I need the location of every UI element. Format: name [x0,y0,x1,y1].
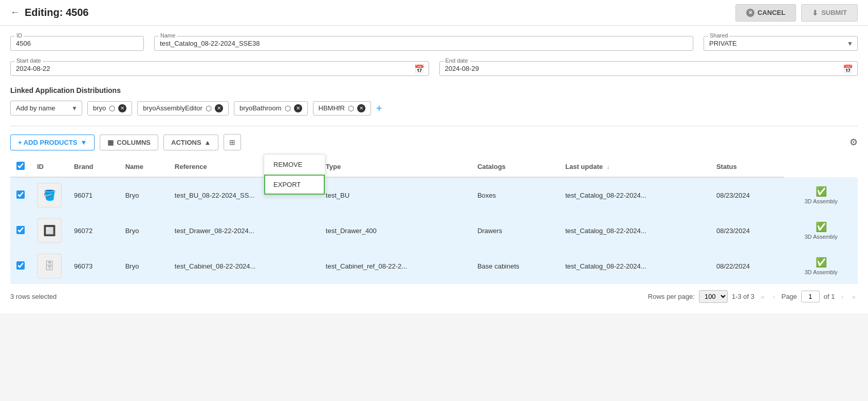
col-catalogs: Catalogs [471,157,559,177]
top-bar-actions: ✕ CANCEL ⬇ SUBMIT [735,4,858,22]
actions-label: ACTIONS [171,139,201,146]
cancel-button[interactable]: ✕ CANCEL [735,4,796,22]
row-type: Drawers [471,213,559,249]
select-grid-icon: ⊞ [229,138,235,146]
columns-bars-icon: ▦ [107,139,114,146]
col-id: ID [31,157,68,177]
submit-button[interactable]: ⬇ SUBMIT [801,4,858,22]
last-page-button[interactable]: » [849,292,858,302]
status-check-icon-0: ✅ [816,186,827,197]
add-products-label: + ADD PRODUCTS [18,139,77,146]
table-row: 🪣 96071 Bryo test_BU_08-22-2024_SS... te… [10,177,858,213]
submit-download-icon: ⬇ [812,9,818,17]
action-remove-item[interactable]: REMOVE [264,155,325,175]
start-date-input[interactable] [16,65,410,72]
end-date-label: End date [444,58,470,64]
shared-select[interactable]: PRIVATE PUBLIC [709,40,842,47]
linked-apps-title: Linked Application Distributions [10,86,858,94]
form-row-1: ID Name Shared PRIVATE PUBLIC ▼ [10,36,858,51]
status-check-icon-2: ✅ [816,257,827,268]
row-status: ✅ 3D Assembly [784,177,858,213]
add-dropdown-chevron-icon: ▼ [71,105,78,112]
add-products-button[interactable]: + ADD PRODUCTS ▼ [10,135,95,150]
app-tag-bryoassemblyeditor-link-icon[interactable]: ⬡ [206,104,212,112]
start-date-field: Start date 📅 [10,61,429,76]
row-catalogs: test_Catalog_08-22-2024... [559,213,710,249]
app-tag-bryoassemblyeditor: bryoAssemblyEditor ⬡ ✕ [137,101,229,116]
page-number-input[interactable] [801,291,820,302]
col-type: Type [320,157,471,177]
row-checkbox-cell [10,213,31,249]
table-row: 🗄 96073 Bryo test_Cabinet_08-22-2024... … [10,249,858,284]
actions-wrapper: ACTIONS ▲ REMOVE EXPORT [163,135,218,150]
top-bar: ← Editing: 4506 ✕ CANCEL ⬇ SUBMIT [0,0,868,26]
id-field: ID [10,36,144,51]
shared-chevron-icon: ▼ [847,40,853,47]
next-page-button[interactable]: › [839,292,846,302]
rows-per-page-select[interactable]: 10 25 50 100 [699,290,728,303]
status-badge-1: ✅ 3D Assembly [790,221,852,240]
row-catalogs: test_Catalog_08-22-2024... [559,249,710,284]
first-page-button[interactable]: « [759,292,767,302]
back-button[interactable]: ← [10,7,20,18]
page-label: Page [781,293,797,300]
columns-button[interactable]: ▦ COLUMNS [100,135,158,150]
shared-field[interactable]: Shared PRIVATE PUBLIC ▼ [704,36,858,51]
prev-page-button[interactable]: ‹ [771,292,778,302]
row-checkbox-cell [10,249,31,284]
columns-label: COLUMNS [117,139,151,146]
app-tag-bryo-link-icon[interactable]: ⬡ [109,104,115,112]
rows-per-page-label: Rows per page: [648,293,695,300]
row-last-update: 08/23/2024 [710,213,784,249]
name-input[interactable] [160,40,688,47]
end-date-field: End date 📅 [439,61,858,76]
pagination-controls: Rows per page: 10 25 50 100 1-3 of 3 « ‹… [648,290,858,303]
actions-dropdown-menu: REMOVE EXPORT [264,154,325,195]
row-last-update: 08/23/2024 [710,177,784,213]
tune-icon: ⚙ [849,137,858,147]
col-status: Status [710,157,784,177]
section-divider [10,126,858,126]
product-thumbnail-0: 🪣 [37,183,62,207]
col-last-update[interactable]: Last update ↓ [559,157,710,177]
end-date-input[interactable] [445,65,839,72]
cancel-x-icon: ✕ [746,9,754,17]
name-label: Name [159,32,177,39]
select-grid-button[interactable]: ⊞ [224,134,241,150]
row-checkbox-2[interactable] [16,261,25,270]
app-tag-bryobathroom-remove-icon[interactable]: ✕ [294,104,302,112]
tune-button[interactable]: ⚙ [849,137,858,148]
row-id: 96072 [68,213,119,249]
end-date-calendar-icon[interactable]: 📅 [843,64,853,73]
linked-apps-section: Linked Application Distributions Add by … [10,86,858,116]
col-name: Name [119,157,169,177]
add-by-name-dropdown[interactable]: Add by name ▼ [10,101,82,116]
start-date-calendar-icon[interactable]: 📅 [414,64,424,73]
row-id: 96071 [68,177,119,213]
app-tag-hbmhfr: HBMHfR ⬡ ✕ [313,101,371,116]
row-checkbox-1[interactable] [16,226,25,234]
app-tag-bryoassemblyeditor-remove-icon[interactable]: ✕ [215,104,223,112]
app-tag-hbmhfr-link-icon[interactable]: ⬡ [348,104,354,112]
row-name: test_Cabinet_08-22-2024... [169,249,320,284]
col-brand: Brand [68,157,119,177]
rows-selected-label: 3 rows selected [10,293,57,300]
row-checkbox-0[interactable] [16,190,25,199]
name-field: Name [154,36,693,51]
app-tag-hbmhfr-remove-icon[interactable]: ✕ [357,104,365,112]
select-all-checkbox[interactable] [16,162,25,170]
row-reference: test_BU [320,177,471,213]
actions-button[interactable]: ACTIONS ▲ [163,135,218,150]
row-brand: Bryo [119,213,169,249]
app-tag-bryoassemblyeditor-label: bryoAssemblyEditor [143,104,202,112]
app-tag-bryo-remove-icon[interactable]: ✕ [118,104,126,112]
add-by-name-label: Add by name [16,104,56,112]
row-brand: Bryo [119,249,169,284]
app-tag-bryobathroom-link-icon[interactable]: ⬡ [285,104,291,112]
add-app-button[interactable]: + [376,103,382,113]
shared-label: Shared [708,32,729,39]
status-text-1: 3D Assembly [804,234,837,240]
table-footer: 3 rows selected Rows per page: 10 25 50 … [10,284,858,303]
action-export-item[interactable]: EXPORT [264,175,325,195]
table-row: 🔲 96072 Bryo test_Drawer_08-22-2024... t… [10,213,858,249]
